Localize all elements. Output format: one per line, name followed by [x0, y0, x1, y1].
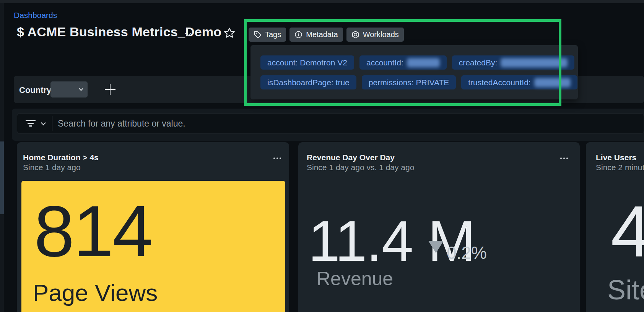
tag-pill-label: createdBy:: [459, 58, 497, 67]
chevron-down-icon: [79, 86, 83, 91]
widget-timerange: Since 1 day ago: [23, 163, 81, 172]
tags-button-label: Tags: [265, 30, 281, 39]
widget-title: Live Users: [596, 153, 636, 162]
metadata-button[interactable]: Metadata: [289, 28, 343, 42]
breadcrumb-dashboards[interactable]: Dashboards: [14, 11, 57, 20]
widget-timerange: Since 1 day ago vs. 1 day ago: [307, 163, 414, 172]
tag-pill-label: trustedAccountId:: [468, 78, 530, 87]
metric-label: Revenue: [317, 269, 393, 288]
redacted-value: [534, 78, 571, 87]
metric-delta: 0.2%: [447, 242, 487, 263]
tags-panel: account: Demotron V2 accountId: createdB…: [250, 45, 578, 99]
workloads-icon: [351, 31, 359, 39]
tag-pill-account[interactable]: account: Demotron V2: [260, 55, 354, 70]
tag-pill-label: account: Demotron V2: [267, 58, 347, 67]
metric-label: Page Views: [33, 281, 158, 305]
widget-revenue-day-over-day: Revenue Day Over Day Since 1 day ago vs.…: [298, 142, 580, 312]
tag-pill-created-by[interactable]: createdBy:: [452, 55, 574, 70]
tag-pill-label: isDashboardPage: true: [267, 78, 350, 87]
country-filter-select[interactable]: [50, 81, 88, 98]
chevron-down-icon[interactable]: [41, 120, 46, 125]
search-input[interactable]: [58, 119, 644, 129]
tags-button[interactable]: Tags: [249, 28, 286, 42]
metric-value: 814: [34, 195, 152, 267]
workloads-button[interactable]: Workloads: [346, 28, 404, 42]
triangle-down-icon: [428, 241, 444, 253]
metadata-button-label: Metadata: [306, 30, 338, 39]
tags-row: account: Demotron V2 accountId: createdB…: [260, 55, 574, 70]
tag-pill-trusted-account-id[interactable]: trustedAccountId:: [461, 75, 577, 89]
window-top-edge: [0, 0, 644, 3]
left-scrollbar-thumb[interactable]: [0, 141, 4, 214]
country-filter-label: Country: [19, 85, 51, 95]
dashboard-page: Dashboards $ ACME Business Metrics_Demo …: [0, 0, 644, 312]
tag-pill-label: accountId:: [366, 58, 403, 67]
widget-timerange: Since 2 minutes ago: [596, 163, 644, 172]
metric-label: Site: [607, 276, 644, 304]
info-icon: [294, 31, 302, 39]
attribute-search-bar[interactable]: [17, 113, 644, 134]
tag-pill-is-dashboard-page[interactable]: isDashboardPage: true: [260, 75, 356, 89]
redacted-value: [407, 58, 440, 67]
widget-title: Revenue Day Over Day: [307, 153, 395, 162]
tag-icon: [254, 31, 262, 39]
widget-menu-button[interactable]: [273, 158, 281, 159]
billboard-warning-tile: 814 Page Views: [21, 181, 285, 312]
add-filter-button[interactable]: [102, 82, 118, 97]
tag-pill-account-id[interactable]: accountId:: [359, 55, 447, 70]
page-title[interactable]: $ ACME Business Metrics_Demo: [17, 24, 221, 39]
redacted-value: [501, 58, 568, 67]
widget-live-users: Live Users Since 2 minutes ago 4 Site: [586, 142, 644, 312]
filter-funnel-icon[interactable]: [26, 120, 36, 127]
widget-title: Home Duration > 4s: [23, 153, 99, 162]
meta-toolbar: Tags Metadata Workloads: [249, 28, 404, 42]
tag-pill-label: permissions: PRIVATE: [369, 78, 449, 87]
widget-menu-button[interactable]: [560, 158, 568, 159]
tags-row: isDashboardPage: true permissions: PRIVA…: [260, 75, 577, 89]
tag-pill-permissions[interactable]: permissions: PRIVATE: [362, 75, 456, 89]
workloads-button-label: Workloads: [363, 30, 399, 39]
widget-home-duration: Home Duration > 4s Since 1 day ago 814 P…: [17, 142, 289, 312]
divider: [52, 116, 52, 131]
star-favorite-icon[interactable]: [223, 27, 236, 39]
search-section: [12, 109, 644, 141]
metric-value: 4: [611, 195, 644, 268]
